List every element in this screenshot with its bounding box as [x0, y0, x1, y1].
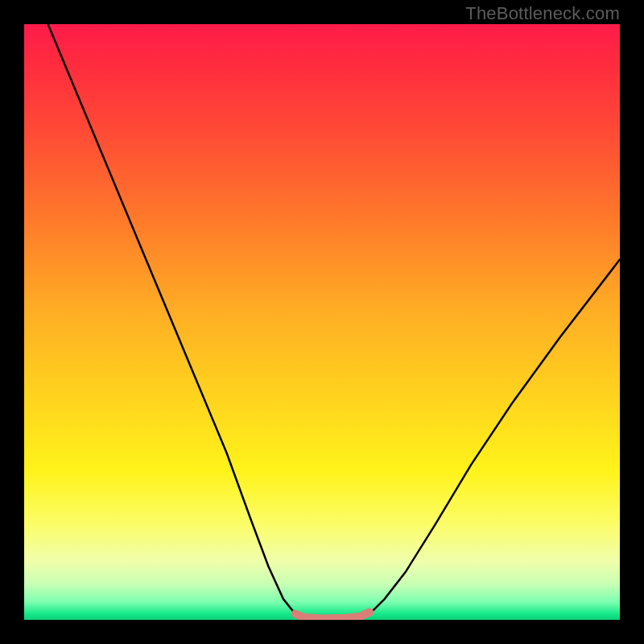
curve-svg	[24, 24, 620, 620]
watermark-text: TheBottleneck.com	[465, 3, 620, 24]
plot-area	[24, 24, 620, 620]
chart-frame: TheBottleneck.com	[0, 0, 644, 644]
valley-band-path	[295, 612, 370, 618]
left-branch-path	[48, 24, 295, 614]
right-branch-path	[373, 259, 620, 611]
